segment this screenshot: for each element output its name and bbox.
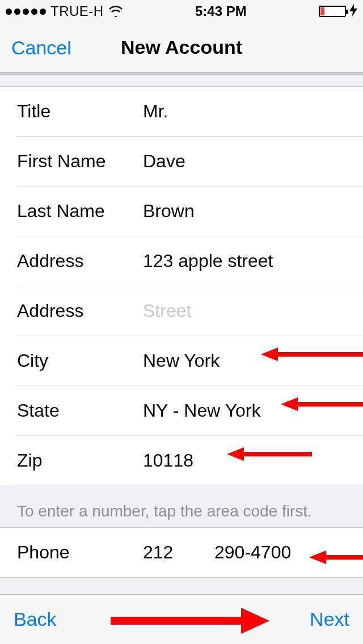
- zip-field[interactable]: [143, 450, 363, 471]
- first-name-label: First Name: [17, 151, 143, 172]
- signal-strength-icon: [6, 9, 46, 15]
- charging-icon: [349, 4, 357, 19]
- status-time: 5:43 PM: [195, 3, 247, 19]
- wifi-icon: [108, 6, 123, 17]
- row-state[interactable]: State: [17, 385, 363, 435]
- address2-label: Address: [17, 300, 143, 321]
- row-first-name[interactable]: First Name: [17, 136, 363, 186]
- status-bar: TRUE-H 5:43 PM: [0, 0, 363, 23]
- zip-label: Zip: [17, 450, 143, 471]
- last-name-field[interactable]: [143, 201, 363, 222]
- row-city[interactable]: City: [17, 336, 363, 385]
- back-button[interactable]: Back: [14, 608, 57, 630]
- row-phone[interactable]: Phone: [0, 528, 363, 578]
- address1-field[interactable]: [143, 251, 363, 272]
- row-zip[interactable]: Zip: [17, 435, 363, 485]
- title-label: Title: [17, 101, 143, 122]
- cancel-button[interactable]: Cancel: [11, 36, 71, 58]
- phone-number-field[interactable]: [214, 542, 363, 563]
- nav-separator: [0, 73, 363, 75]
- row-title[interactable]: Title: [0, 86, 363, 136]
- first-name-field[interactable]: [143, 151, 363, 172]
- carrier-label: TRUE-H: [50, 3, 104, 19]
- row-last-name[interactable]: Last Name: [17, 186, 363, 236]
- city-label: City: [17, 350, 143, 371]
- state-field[interactable]: [143, 400, 363, 421]
- row-address1[interactable]: Address: [17, 236, 363, 286]
- toolbar: Back Next: [0, 594, 363, 644]
- phone-area-field[interactable]: [143, 542, 194, 563]
- form-phone: Phone: [0, 527, 363, 578]
- battery-icon: [319, 6, 346, 17]
- address2-field[interactable]: [143, 300, 363, 321]
- form-personal: Title First Name Last Name Address Addre…: [0, 86, 363, 485]
- state-label: State: [17, 400, 143, 421]
- title-field[interactable]: [143, 101, 363, 122]
- phone-label: Phone: [17, 542, 143, 563]
- address1-label: Address: [17, 251, 143, 272]
- city-field[interactable]: [143, 350, 363, 371]
- phone-note: To enter a number, tap the area code fir…: [0, 485, 363, 527]
- nav-bar: Cancel New Account: [0, 23, 363, 73]
- next-button[interactable]: Next: [310, 608, 349, 630]
- status-right: [319, 4, 357, 19]
- row-address2[interactable]: Address: [17, 286, 363, 336]
- status-left: TRUE-H: [6, 3, 123, 19]
- page-title: New Account: [121, 36, 242, 58]
- last-name-label: Last Name: [17, 201, 143, 222]
